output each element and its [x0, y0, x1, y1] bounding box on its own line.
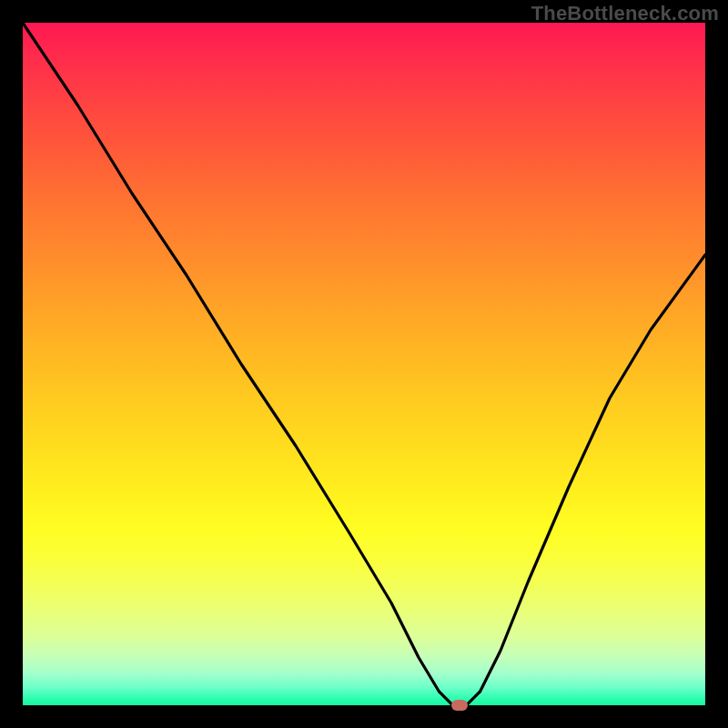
chart-frame: TheBottleneck.com: [0, 0, 728, 728]
bottleneck-curve: [23, 23, 705, 705]
curve-svg: [23, 23, 705, 705]
watermark-text: TheBottleneck.com: [531, 2, 719, 25]
optimal-marker: [451, 700, 468, 711]
plot-area: [23, 23, 705, 705]
